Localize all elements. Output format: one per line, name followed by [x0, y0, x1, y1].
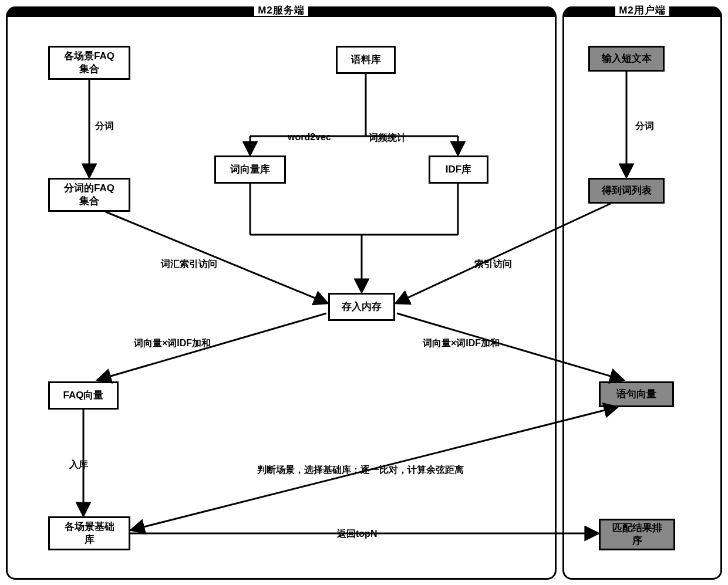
- node-corpus: 语料库: [336, 46, 396, 74]
- node-base-lib: 各场景基础库: [48, 516, 130, 550]
- label-wvidf1: 词向量×词IDF加和: [134, 337, 211, 350]
- node-match-rank: 匹配结果排序: [599, 519, 675, 550]
- node-memory: 存入内存: [328, 293, 395, 321]
- server-panel-title: M2服务端: [8, 6, 555, 17]
- node-wordvec-lib: 词向量库: [214, 155, 286, 184]
- node-idf-lib: IDF库: [429, 155, 488, 184]
- label-idx1: 词汇索引访问: [161, 258, 217, 270]
- node-faq-scenes: 各场景FAQ集合: [48, 46, 130, 80]
- node-faq-vector: FAQ向量: [48, 381, 119, 410]
- label-seg1: 分词: [95, 120, 114, 133]
- label-wvidf2: 词向量×词IDF加和: [423, 337, 500, 350]
- label-topn: 返回topN: [337, 528, 377, 540]
- label-w2v: word2vec: [288, 132, 331, 143]
- label-seg2: 分词: [635, 120, 654, 133]
- node-word-list: 得到词列表: [588, 178, 665, 204]
- client-panel-title: M2用户端: [564, 6, 720, 17]
- server-panel: M2服务端: [6, 7, 557, 580]
- client-panel: M2用户端: [562, 7, 722, 580]
- node-input-text: 输入短文本: [588, 46, 665, 72]
- label-wordfreq: 词频统计: [369, 132, 406, 144]
- node-sentence-vector: 语句向量: [599, 381, 674, 407]
- node-faq-segmented: 分词的FAQ集合: [48, 178, 130, 212]
- label-judge: 判断场景，选择基础库；逐一比对，计算余弦距离: [257, 464, 464, 476]
- label-idx2: 索引访问: [474, 258, 512, 270]
- label-store: 入库: [69, 459, 88, 471]
